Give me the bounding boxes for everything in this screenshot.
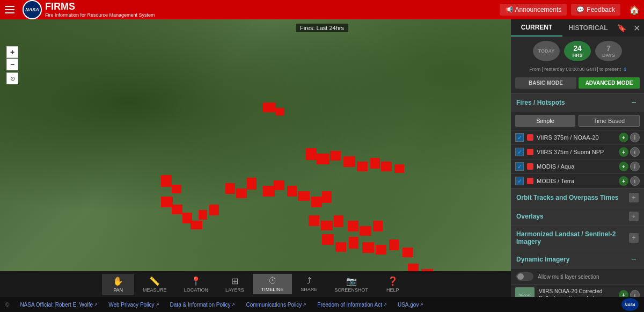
- layer-info-button[interactable]: i: [630, 176, 640, 186]
- fire-hotspot: [317, 154, 330, 164]
- list-item: ✓ VIIRS 375m / Suomi NPP + i: [511, 144, 644, 159]
- copyright-symbol: ©: [5, 302, 9, 308]
- fire-hotspot: [236, 188, 247, 198]
- panel-close-button[interactable]: ✕: [629, 20, 644, 35]
- usagov-link[interactable]: USA.gov ↗: [398, 302, 423, 308]
- 24hrs-button[interactable]: 24 HRS: [564, 41, 591, 61]
- list-item: NOAA20 VIIRS NOAA-20 Corrected Reflectan…: [511, 284, 644, 297]
- screenshot-tool-button[interactable]: 📷 SCREENSHOT: [326, 274, 377, 295]
- external-link-icon: ↗: [420, 302, 423, 307]
- layer-add-button[interactable]: +: [619, 162, 628, 171]
- help-tool-button[interactable]: ❓ HELP: [377, 274, 409, 295]
- viirs-noaa20-checkbox[interactable]: ✓: [515, 133, 524, 142]
- harmonized-title: Harmonized Landsat / Sentinel-2 Imagery: [516, 230, 627, 245]
- right-panel: CURRENT HISTORICAL 🔖 ✕ TODAY 24 HRS 7 DA…: [511, 19, 644, 297]
- bookmark-button[interactable]: 🔖: [614, 20, 629, 35]
- basic-mode-button[interactable]: BASIC MODE: [515, 77, 576, 89]
- data-info-link[interactable]: Data & Information Policy ↗: [170, 302, 236, 308]
- layer-actions: + i: [619, 133, 640, 142]
- external-link-icon: ↗: [156, 302, 159, 307]
- fire-hotspot: [225, 183, 235, 194]
- di-add-button[interactable]: +: [619, 290, 628, 297]
- location-button[interactable]: ⊙: [6, 72, 18, 84]
- pan-icon: ✋: [113, 276, 123, 286]
- layer-color-indicator: [527, 178, 533, 184]
- panel-tabs: CURRENT HISTORICAL 🔖 ✕: [511, 19, 644, 37]
- app-name: FIRMS: [45, 2, 155, 12]
- fire-hotspot: [306, 148, 317, 160]
- multi-layer-toggle-switch[interactable]: [516, 272, 533, 281]
- list-item: ✓ MODIS / Aqua + i: [511, 159, 644, 173]
- modis-terra-checkbox[interactable]: ✓: [515, 177, 524, 185]
- app-title-block: FIRMS Fire Information for Resource Mana…: [45, 2, 155, 18]
- zoom-in-button[interactable]: +: [6, 46, 18, 58]
- info-icon: ℹ: [624, 67, 626, 72]
- pan-tool-button[interactable]: ✋ PAN: [102, 274, 134, 295]
- fire-hotspot: [360, 226, 371, 236]
- simple-filter-button[interactable]: Simple: [515, 115, 575, 127]
- fire-hotspot: [394, 164, 404, 173]
- fire-hotspot: [335, 242, 346, 252]
- fires-hotspots-collapse-icon: −: [629, 98, 639, 107]
- layer-add-button[interactable]: +: [619, 133, 628, 142]
- toggle-knob: [517, 273, 524, 280]
- fire-hotspot: [209, 205, 219, 215]
- tab-current[interactable]: CURRENT: [511, 19, 562, 37]
- freedom-link[interactable]: Freedom of Information Act ↗: [317, 302, 387, 308]
- location-tool-button[interactable]: 📍 LOCATION: [175, 274, 217, 295]
- share-tool-button[interactable]: ⤴ SHARE: [292, 274, 326, 294]
- dynamic-imagery-section-header[interactable]: Dynamic Imagery −: [511, 250, 644, 269]
- comms-link[interactable]: Communications Policy ↗: [246, 302, 306, 308]
- modis-aqua-checkbox[interactable]: ✓: [515, 162, 524, 171]
- fire-hotspot: [349, 237, 358, 249]
- layer-name-modis-aqua: MODIS / Aqua: [537, 163, 619, 170]
- allow-multi-label: Allow multi layer selection: [538, 274, 599, 280]
- time-based-filter-button[interactable]: Time Based: [579, 115, 640, 127]
- announcements-button[interactable]: 📢 Announcements: [500, 4, 567, 16]
- layer-add-button[interactable]: +: [619, 176, 628, 186]
- fire-hotspot: [263, 103, 276, 112]
- fire-hotspot: [298, 191, 310, 201]
- allow-multi-selection-toggle[interactable]: Allow multi layer selection: [511, 269, 644, 284]
- layer-info-button[interactable]: i: [630, 162, 640, 171]
- measure-tool-button[interactable]: 📏 MEASURE: [134, 274, 175, 295]
- fires-hotspots-section-header[interactable]: Fires / Hotspots −: [511, 93, 644, 112]
- tab-historical[interactable]: HISTORICAL: [562, 20, 614, 36]
- external-link-icon: ↗: [94, 302, 98, 307]
- layer-actions: + i: [619, 176, 640, 186]
- comment-icon: 💬: [576, 6, 584, 13]
- harmonized-expand-button[interactable]: +: [629, 233, 639, 243]
- fire-hotspot: [274, 180, 284, 190]
- layer-info-button[interactable]: i: [630, 147, 640, 157]
- fire-hotspot: [287, 186, 297, 197]
- di-info-button[interactable]: i: [630, 290, 640, 297]
- orbit-tracks-title: Orbit Tracks and Overpass Times: [516, 194, 627, 201]
- layers-tool-button[interactable]: ⊞ LAYERS: [217, 274, 253, 295]
- timeline-tool-button[interactable]: ⏱ TIMELINE: [253, 274, 292, 294]
- orbit-tracks-expand-button[interactable]: +: [629, 193, 639, 202]
- overlays-section-header[interactable]: Overlays +: [511, 207, 644, 226]
- fire-hotspot: [321, 221, 333, 230]
- feedback-button[interactable]: 💬 Feedback: [571, 4, 620, 16]
- fire-hotspot: [330, 151, 341, 161]
- orbit-tracks-section-header[interactable]: Orbit Tracks and Overpass Times +: [511, 188, 644, 207]
- camera-icon: 📷: [346, 276, 357, 286]
- fire-hotspot: [373, 221, 383, 231]
- fire-hotspot: [276, 108, 284, 115]
- zoom-out-button[interactable]: −: [6, 59, 18, 70]
- fire-hotspot: [381, 162, 392, 171]
- layer-info-button[interactable]: i: [630, 133, 640, 142]
- privacy-link[interactable]: Web Privacy Policy ↗: [108, 302, 159, 308]
- overlays-expand-button[interactable]: +: [629, 212, 639, 221]
- today-button[interactable]: TODAY: [533, 41, 560, 61]
- layer-add-button[interactable]: +: [619, 147, 628, 157]
- home-button[interactable]: 🏠: [625, 0, 644, 19]
- nasa-official-link[interactable]: NASA Official: Robert E. Wolfe ↗: [20, 302, 98, 308]
- help-icon: ❓: [387, 276, 398, 286]
- viirs-snpp-checkbox[interactable]: ✓: [515, 148, 524, 156]
- advanced-mode-button[interactable]: ADVANCED MODE: [579, 77, 640, 89]
- harmonized-section-header[interactable]: Harmonized Landsat / Sentinel-2 Imagery …: [511, 226, 644, 250]
- fire-hotspot: [322, 191, 332, 203]
- menu-button[interactable]: [0, 0, 19, 19]
- 7days-button[interactable]: 7 DAYS: [595, 41, 622, 61]
